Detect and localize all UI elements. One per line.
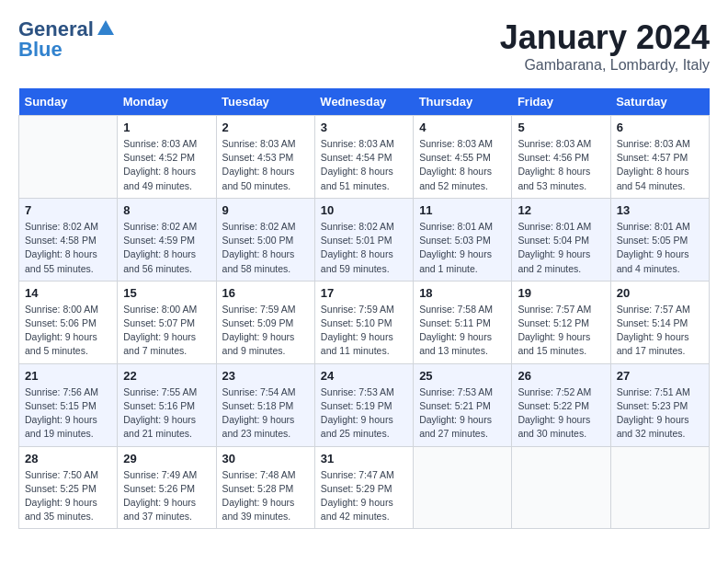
day-info: Sunrise: 8:01 AMSunset: 5:04 PMDaylight:…	[518, 220, 604, 276]
calendar-cell: 21Sunrise: 7:56 AMSunset: 5:15 PMDayligh…	[19, 363, 118, 446]
day-info: Sunrise: 7:47 AMSunset: 5:29 PMDaylight:…	[321, 468, 407, 524]
calendar-cell: 14Sunrise: 8:00 AMSunset: 5:06 PMDayligh…	[19, 281, 118, 363]
day-number: 30	[222, 452, 309, 465]
calendar-week-5: 28Sunrise: 7:50 AMSunset: 5:25 PMDayligh…	[19, 446, 710, 529]
day-number: 19	[518, 286, 604, 300]
day-number: 26	[518, 369, 604, 383]
day-number: 29	[123, 452, 210, 465]
day-number: 12	[518, 203, 604, 217]
month-title: January 2024	[500, 18, 710, 57]
calendar-table: SundayMondayTuesdayWednesdayThursdayFrid…	[18, 88, 710, 529]
calendar-cell: 2Sunrise: 8:03 AMSunset: 4:53 PMDaylight…	[216, 116, 314, 199]
day-info: Sunrise: 8:01 AMSunset: 5:03 PMDaylight:…	[419, 220, 506, 276]
day-number: 13	[617, 203, 703, 217]
day-number: 7	[25, 203, 111, 217]
weekday-header-saturday: Saturday	[610, 88, 709, 116]
day-number: 31	[321, 452, 407, 465]
calendar-cell	[19, 116, 118, 199]
day-info: Sunrise: 8:03 AMSunset: 4:56 PMDaylight:…	[518, 137, 604, 193]
calendar-cell: 15Sunrise: 8:00 AMSunset: 5:07 PMDayligh…	[118, 281, 216, 363]
day-number: 21	[25, 369, 111, 383]
calendar-cell: 24Sunrise: 7:53 AMSunset: 5:19 PMDayligh…	[314, 363, 413, 446]
day-number: 5	[518, 121, 604, 134]
day-info: Sunrise: 7:51 AMSunset: 5:23 PMDaylight:…	[617, 385, 703, 442]
day-info: Sunrise: 8:02 AMSunset: 4:59 PMDaylight:…	[123, 220, 210, 276]
day-info: Sunrise: 8:02 AMSunset: 5:01 PMDaylight:…	[321, 220, 407, 276]
weekday-header-wednesday: Wednesday	[314, 88, 413, 116]
weekday-header-row: SundayMondayTuesdayWednesdayThursdayFrid…	[19, 88, 710, 116]
day-number: 23	[222, 369, 309, 383]
logo-blue-text: Blue	[18, 39, 63, 61]
day-number: 25	[419, 369, 506, 383]
day-info: Sunrise: 7:59 AMSunset: 5:10 PMDaylight:…	[321, 303, 407, 359]
page-header: General Blue January 2024 Gambarana, Lom…	[18, 18, 710, 74]
day-number: 24	[321, 369, 407, 383]
calendar-cell: 6Sunrise: 8:03 AMSunset: 4:57 PMDaylight…	[610, 116, 709, 199]
day-info: Sunrise: 7:53 AMSunset: 5:21 PMDaylight:…	[419, 385, 506, 442]
day-info: Sunrise: 7:48 AMSunset: 5:28 PMDaylight:…	[222, 468, 309, 524]
calendar-cell: 29Sunrise: 7:49 AMSunset: 5:26 PMDayligh…	[118, 446, 216, 529]
day-info: Sunrise: 7:58 AMSunset: 5:11 PMDaylight:…	[419, 303, 506, 359]
calendar-cell: 17Sunrise: 7:59 AMSunset: 5:10 PMDayligh…	[314, 281, 413, 363]
calendar-cell: 26Sunrise: 7:52 AMSunset: 5:22 PMDayligh…	[512, 363, 610, 446]
day-number: 2	[222, 121, 309, 134]
day-number: 3	[321, 121, 407, 134]
weekday-header-thursday: Thursday	[414, 88, 512, 116]
calendar-cell: 31Sunrise: 7:47 AMSunset: 5:29 PMDayligh…	[314, 446, 413, 529]
day-number: 4	[419, 121, 506, 134]
calendar-cell	[512, 446, 610, 529]
calendar-cell: 28Sunrise: 7:50 AMSunset: 5:25 PMDayligh…	[19, 446, 118, 529]
calendar-cell: 10Sunrise: 8:02 AMSunset: 5:01 PMDayligh…	[314, 198, 413, 281]
day-info: Sunrise: 7:53 AMSunset: 5:19 PMDaylight:…	[321, 385, 407, 442]
day-info: Sunrise: 8:03 AMSunset: 4:52 PMDaylight:…	[123, 137, 210, 193]
calendar-cell: 9Sunrise: 8:02 AMSunset: 5:00 PMDaylight…	[216, 198, 314, 281]
day-info: Sunrise: 7:57 AMSunset: 5:14 PMDaylight:…	[617, 303, 703, 359]
day-info: Sunrise: 8:03 AMSunset: 4:55 PMDaylight:…	[419, 137, 506, 193]
logo-icon	[96, 18, 116, 39]
day-number: 20	[617, 286, 703, 300]
calendar-cell: 19Sunrise: 7:57 AMSunset: 5:12 PMDayligh…	[512, 281, 610, 363]
day-info: Sunrise: 8:03 AMSunset: 4:53 PMDaylight:…	[222, 137, 309, 193]
calendar-cell: 5Sunrise: 8:03 AMSunset: 4:56 PMDaylight…	[512, 116, 610, 199]
day-number: 10	[321, 203, 407, 217]
day-number: 11	[419, 203, 506, 217]
calendar-cell: 18Sunrise: 7:58 AMSunset: 5:11 PMDayligh…	[414, 281, 512, 363]
calendar-cell: 13Sunrise: 8:01 AMSunset: 5:05 PMDayligh…	[610, 198, 709, 281]
title-block: January 2024 Gambarana, Lombardy, Italy	[500, 18, 710, 74]
day-number: 1	[123, 121, 210, 134]
day-number: 8	[123, 203, 210, 217]
calendar-cell: 20Sunrise: 7:57 AMSunset: 5:14 PMDayligh…	[610, 281, 709, 363]
day-number: 16	[222, 286, 309, 300]
day-info: Sunrise: 8:03 AMSunset: 4:57 PMDaylight:…	[617, 137, 703, 193]
logo: General Blue	[18, 18, 116, 61]
calendar-cell: 1Sunrise: 8:03 AMSunset: 4:52 PMDaylight…	[118, 116, 216, 199]
calendar-cell: 12Sunrise: 8:01 AMSunset: 5:04 PMDayligh…	[512, 198, 610, 281]
day-info: Sunrise: 7:54 AMSunset: 5:18 PMDaylight:…	[222, 385, 309, 442]
day-number: 15	[123, 286, 210, 300]
calendar-cell: 11Sunrise: 8:01 AMSunset: 5:03 PMDayligh…	[414, 198, 512, 281]
day-number: 17	[321, 286, 407, 300]
calendar-cell	[414, 446, 512, 529]
day-info: Sunrise: 7:52 AMSunset: 5:22 PMDaylight:…	[518, 385, 604, 442]
calendar-week-2: 7Sunrise: 8:02 AMSunset: 4:58 PMDaylight…	[19, 198, 710, 281]
day-number: 27	[617, 369, 703, 383]
weekday-header-sunday: Sunday	[19, 88, 118, 116]
day-info: Sunrise: 7:55 AMSunset: 5:16 PMDaylight:…	[123, 385, 210, 442]
day-number: 28	[25, 452, 111, 465]
day-info: Sunrise: 7:50 AMSunset: 5:25 PMDaylight:…	[25, 468, 111, 524]
day-number: 9	[222, 203, 309, 217]
day-info: Sunrise: 8:02 AMSunset: 4:58 PMDaylight:…	[25, 220, 111, 276]
calendar-cell: 30Sunrise: 7:48 AMSunset: 5:28 PMDayligh…	[216, 446, 314, 529]
weekday-header-friday: Friday	[512, 88, 610, 116]
day-info: Sunrise: 8:00 AMSunset: 5:07 PMDaylight:…	[123, 303, 210, 359]
calendar-cell: 3Sunrise: 8:03 AMSunset: 4:54 PMDaylight…	[314, 116, 413, 199]
day-info: Sunrise: 7:49 AMSunset: 5:26 PMDaylight:…	[123, 468, 210, 524]
day-number: 6	[617, 121, 703, 134]
calendar-body: 1Sunrise: 8:03 AMSunset: 4:52 PMDaylight…	[19, 116, 710, 529]
calendar-cell: 8Sunrise: 8:02 AMSunset: 4:59 PMDaylight…	[118, 198, 216, 281]
day-info: Sunrise: 8:02 AMSunset: 5:00 PMDaylight:…	[222, 220, 309, 276]
calendar-week-3: 14Sunrise: 8:00 AMSunset: 5:06 PMDayligh…	[19, 281, 710, 363]
calendar-cell: 22Sunrise: 7:55 AMSunset: 5:16 PMDayligh…	[118, 363, 216, 446]
calendar-week-4: 21Sunrise: 7:56 AMSunset: 5:15 PMDayligh…	[19, 363, 710, 446]
calendar-cell: 23Sunrise: 7:54 AMSunset: 5:18 PMDayligh…	[216, 363, 314, 446]
